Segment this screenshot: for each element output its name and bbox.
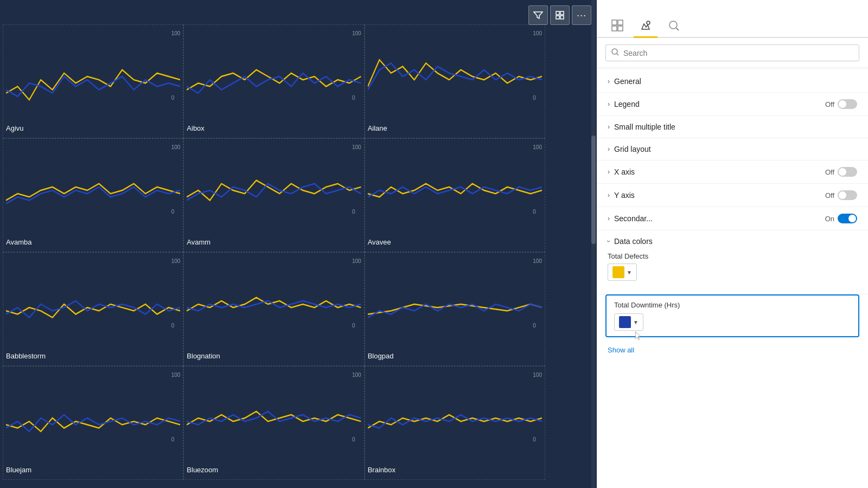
tab-fields[interactable] [605, 14, 629, 38]
settings-item-grid-layout[interactable]: › Grid layout [597, 138, 868, 160]
settings-label-legend: Legend [614, 100, 640, 108]
chart-panel: ··· 100 0 Agivu 100 0 Aibox [0, 0, 597, 488]
x-axis-toggle[interactable] [838, 167, 857, 177]
chart-cell-babblestorm: 100 0 Babblestorm [3, 252, 183, 366]
settings-item-legend[interactable]: › Legend Off [597, 93, 868, 116]
expand-button[interactable] [550, 5, 570, 25]
y-axis-toggle-label: Off [825, 191, 834, 200]
search-input[interactable] [623, 49, 853, 57]
settings-label-secondary: Secondar... [614, 214, 653, 223]
y-min-bluejam: 0 [171, 436, 181, 442]
settings-label-general: General [614, 77, 641, 86]
secondary-toggle-label: On [825, 215, 834, 223]
y-min-avamm: 0 [352, 209, 361, 215]
settings-label-small-multiple: Small multiple title [614, 123, 675, 131]
y-min-avavee: 0 [533, 209, 542, 215]
tab-analytics[interactable] [662, 14, 686, 38]
settings-item-y-axis[interactable]: › Y axis Off [597, 184, 868, 207]
scrollbar-thumb[interactable] [591, 136, 596, 244]
total-defects-label: Total Defects [608, 252, 857, 260]
data-colors-header[interactable]: › Data colors [608, 237, 857, 246]
search-box [605, 44, 859, 61]
y-min-bluezoom: 0 [352, 436, 361, 442]
chart-cell-brainbox: 100 0 Brainbox [365, 366, 545, 480]
chart-label-avavee: Avavee [368, 238, 391, 246]
chart-cell-bluejam: 100 0 Bluejam [3, 366, 183, 480]
secondary-toggle[interactable] [838, 214, 857, 223]
svg-rect-5 [618, 20, 623, 25]
scrollbar[interactable] [591, 0, 596, 488]
y-min-aibox: 0 [352, 95, 361, 101]
legend-toggle[interactable] [838, 99, 857, 109]
chart-label-blognation: Blognation [187, 352, 220, 360]
chart-cell-blogpad: 100 0 Blogpad [365, 252, 545, 366]
settings-item-x-axis[interactable]: › X axis Off [597, 160, 868, 184]
chevron-icon-small-multiple: › [608, 123, 610, 131]
search-container [597, 38, 868, 68]
data-colors-section: › Data colors Total Defects ▼ [597, 230, 868, 294]
y-max-blognation: 100 [352, 258, 361, 264]
svg-point-11 [612, 49, 617, 54]
y-min-blognation: 0 [352, 323, 361, 329]
chart-cell-avamm: 100 0 Avamm [183, 138, 364, 252]
chart-cell-blognation: 100 0 Blognation [183, 252, 364, 366]
total-downtime-box: Total Downtime (Hrs) ▼ [605, 294, 859, 337]
svg-point-9 [669, 21, 677, 29]
y-min-babblestorm: 0 [171, 323, 181, 329]
chart-label-ailane: Ailane [368, 124, 387, 132]
y-min-blogpad: 0 [533, 323, 542, 329]
total-downtime-dropdown-arrow: ▼ [633, 319, 639, 325]
more-options-button[interactable]: ··· [572, 5, 591, 25]
chart-label-avamba: Avamba [6, 238, 31, 246]
y-max-agivu: 100 [171, 30, 181, 36]
chart-cell-ailane: 100 0 Ailane [365, 24, 545, 138]
x-axis-toggle-label: Off [825, 168, 834, 176]
settings-list: › General › Legend Off › Small multiple … [597, 68, 868, 488]
settings-item-secondary[interactable]: › Secondar... On [597, 207, 868, 230]
chevron-icon-grid: › [608, 145, 610, 153]
cursor-icon [634, 331, 644, 342]
y-max-avavee: 100 [533, 144, 542, 150]
total-downtime-color-button[interactable]: ▼ [614, 313, 643, 331]
settings-item-small-multiple-title[interactable]: › Small multiple title [597, 116, 868, 138]
chart-label-agivu: Agivu [6, 124, 24, 132]
y-max-avamm: 100 [352, 144, 361, 150]
legend-toggle-label: Off [825, 100, 834, 108]
y-max-babblestorm: 100 [171, 258, 181, 264]
y-min-agivu: 0 [171, 95, 181, 101]
total-defects-color-button[interactable]: ▼ [608, 264, 637, 281]
chevron-icon-x-axis: › [608, 168, 610, 176]
chart-label-brainbox: Brainbox [368, 466, 395, 474]
y-min-ailane: 0 [533, 95, 542, 101]
data-colors-label: Data colors [614, 237, 653, 246]
chart-label-blogpad: Blogpad [368, 352, 394, 360]
y-max-bluezoom: 100 [352, 372, 361, 378]
y-axis-toggle[interactable] [838, 190, 857, 200]
chart-label-bluezoom: Bluezoom [187, 466, 218, 474]
chart-cell-avamba: 100 0 Avamba [3, 138, 183, 252]
svg-rect-7 [618, 26, 623, 31]
chevron-icon-secondary: › [608, 215, 610, 222]
chart-label-avamm: Avamm [187, 238, 210, 246]
y-min-avamba: 0 [171, 209, 181, 215]
y-max-ailane: 100 [533, 30, 542, 36]
chevron-icon-y-axis: › [608, 191, 610, 199]
svg-point-8 [647, 21, 650, 24]
svg-rect-0 [556, 11, 559, 15]
chart-label-aibox: Aibox [187, 124, 205, 132]
show-all-row[interactable]: Show all [597, 342, 868, 358]
color-item-total-defects: Total Defects ▼ [608, 252, 857, 281]
total-downtime-swatch [619, 316, 631, 328]
search-icon [611, 48, 619, 57]
filter-button[interactable] [528, 5, 548, 25]
tab-format[interactable] [634, 14, 658, 38]
chart-cell-aibox: 100 0 Aibox [183, 24, 364, 138]
settings-item-general[interactable]: › General [597, 70, 868, 93]
svg-rect-4 [612, 20, 617, 25]
chart-label-babblestorm: Babblestorm [6, 352, 46, 360]
y-min-brainbox: 0 [533, 436, 542, 442]
settings-label-y-axis: Y axis [614, 191, 635, 200]
chevron-icon-data-colors: › [605, 240, 612, 242]
svg-line-12 [617, 54, 618, 55]
total-defects-swatch [612, 266, 624, 278]
